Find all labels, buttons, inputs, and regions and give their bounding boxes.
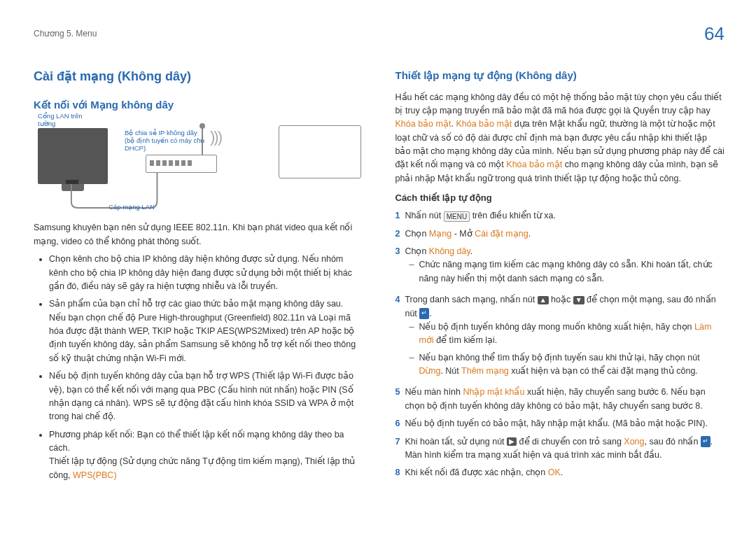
enter-icon: ↵ [419, 308, 429, 319]
step-4-sub-a: Nếu bộ định tuyến không dây mong muốn kh… [405, 321, 724, 348]
step-text: hoặc [549, 295, 573, 304]
diagram-display-front [279, 125, 361, 178]
menu-button-chip: MENU [444, 211, 470, 222]
step-2: 2 Chọn Mạng - Mở Cài đặt mạng. [396, 227, 725, 241]
diagram-monitor-back [38, 128, 108, 184]
step-text: - Mở [451, 229, 475, 239]
step-number: 5 [396, 386, 400, 413]
notes-list: Chọn kênh cho bộ chia IP không dây hiện … [34, 253, 363, 482]
step-6: 6 Nếu bộ định tuyến có bảo mật, hãy nhập… [396, 417, 725, 430]
note-text: Chọn kênh cho bộ chia IP không dây hiện … [49, 254, 352, 291]
term-security-key: Khóa bảo mật [506, 160, 562, 169]
auto-setup-intro: Hầu hết các mạng không dây đều có một hệ… [396, 91, 725, 186]
step-4: 4 Trong danh sách mạng, nhấn nút ▲ hoặc … [396, 293, 725, 381]
done-link: Xong [624, 437, 644, 447]
step-text: Trong danh sách mạng, nhấn nút [405, 295, 537, 304]
step-text: . [470, 246, 472, 256]
sub-text: xuất hiện và bạn có thể cài đặt mạng thủ… [509, 366, 698, 376]
step-text: . [528, 229, 531, 239]
step-text: . [429, 309, 431, 318]
step-8: 8 Khi kết nối đã được xác nhận, chọn OK. [396, 466, 725, 479]
step-text: trên điều khiển từ xa. [470, 211, 556, 220]
diagram-label-lan-port: Cổng LAN trên tường [38, 113, 92, 128]
step-text: . [561, 468, 563, 477]
step-text: Khi kết nối đã được xác nhận, chọn [405, 468, 547, 477]
sub-text: để tìm kiếm lại. [434, 335, 498, 345]
step-1: 1 Nhấn nút MENU trên điều khiển từ xa. [396, 209, 725, 223]
ok-link: OK [548, 468, 561, 477]
note-item-3: Nếu bộ định tuyến không dây của bạn hỗ t… [49, 370, 363, 424]
menu-path-link: Cài đặt mạng [475, 229, 528, 239]
subsection-title-auto-setup: Thiết lập mạng tự động (Không dây) [396, 67, 725, 83]
step-3: 3 Chọn Không dây. Chức năng mạng tìm kiế… [396, 245, 725, 289]
note-item-4: Phương pháp kết nối: Bạn có thể thiết lậ… [49, 428, 363, 483]
heading-how-to-auto-setup: Cách thiết lập tự động [396, 191, 725, 205]
sub-text: Nếu bạn không thể tìm thấy bộ định tuyến… [419, 353, 699, 363]
sub-text: . Nút [440, 366, 461, 376]
arrow-down-icon: ▼ [573, 296, 584, 304]
arrow-up-icon: ▲ [538, 296, 549, 304]
breadcrumb: Chương 5. Menu [34, 27, 97, 41]
arrow-right-icon: ▶ [507, 437, 517, 446]
step-text: Chọn [405, 246, 428, 256]
diagram-monitor-stand [62, 184, 84, 191]
note-item-1: Chọn kênh cho bộ chia IP không dây hiện … [49, 253, 363, 293]
step-text: Nếu bộ định tuyến có bảo mật, hãy nhập m… [405, 419, 707, 428]
diagram-router-ports [150, 160, 192, 166]
menu-path-link: Không dây [429, 246, 470, 256]
intro-paragraph: Samsung khuyên bạn nên sử dụng IEEE 802.… [34, 221, 363, 248]
section-title-wireless-settings: Cài đặt mạng (Không dây) [34, 67, 363, 87]
add-network-link: Thêm mạng [461, 366, 509, 376]
term-security-key: Khóa bảo mật [456, 119, 512, 129]
diagram-wireless-waves-icon: ))) [210, 125, 221, 149]
left-column: Cài đặt mạng (Không dây) Kết nối với Mạn… [34, 67, 363, 486]
right-column: Thiết lập mạng tự động (Không dây) Hầu h… [396, 67, 725, 486]
term-security-key: Khóa bảo mật [396, 119, 451, 129]
enter-icon: ↵ [701, 436, 710, 447]
step-7: 7 Khi hoàn tất, sử dụng nút ▶ để di chuy… [396, 435, 725, 463]
step-text: Khi hoàn tất, sử dụng nút [405, 437, 507, 447]
stop-link: Dừng [419, 366, 440, 376]
enter-password-link: Nhập mật khẩu [463, 387, 525, 397]
note-text: Nếu bộ định tuyến không dây của bạn hỗ t… [49, 371, 354, 421]
step-text: Nhấn nút [405, 211, 443, 220]
wps-pbc-link: WPS(PBC) [73, 470, 117, 480]
note-text: Sản phẩm của bạn chỉ hỗ trợ các giao thứ… [49, 299, 356, 363]
menu-path-link: Mạng [429, 229, 451, 239]
wireless-diagram: Cổng LAN trên tường Bộ chia sẻ IP không … [34, 120, 363, 214]
note-item-2: Sản phẩm của bạn chỉ hỗ trợ các giao thứ… [49, 297, 363, 365]
step-text: , sau đó nhấn [645, 437, 701, 447]
step-number: 7 [396, 435, 400, 463]
step-number: 1 [396, 209, 400, 223]
diagram-antenna [202, 125, 203, 156]
step-number: 2 [396, 227, 400, 241]
step-number: 4 [396, 293, 400, 381]
step-text: để di chuyển con trỏ sang [517, 437, 624, 447]
page-header: Chương 5. Menu 64 [34, 20, 724, 48]
steps-list: 1 Nhấn nút MENU trên điều khiển từ xa. 2… [396, 209, 725, 479]
step-number: 8 [396, 466, 400, 479]
step-3-sub: Chức năng mạng tìm kiếm các mạng không d… [405, 258, 724, 286]
step-4-sub-b: Nếu bạn không thể tìm thấy bộ định tuyến… [405, 351, 724, 379]
step-number: 6 [396, 417, 400, 430]
step-5: 5 Nếu màn hình Nhập mật khẩu xuất hiện, … [396, 386, 725, 413]
step-text: Nếu màn hình [405, 387, 463, 397]
intro-text: Hầu hết các mạng không dây đều có một hệ… [396, 92, 722, 115]
step-text: Chọn [405, 229, 428, 239]
page-number: 64 [704, 20, 724, 48]
sub-text: Nếu bộ định tuyến không dây mong muốn kh… [419, 322, 694, 332]
step-number: 3 [396, 245, 400, 289]
content-columns: Cài đặt mạng (Không dây) Kết nối với Mạn… [34, 67, 724, 486]
subsection-title-connect: Kết nối với Mạng không dây [34, 97, 363, 113]
diagram-label-cable: Cáp mạng LAN [104, 204, 160, 211]
